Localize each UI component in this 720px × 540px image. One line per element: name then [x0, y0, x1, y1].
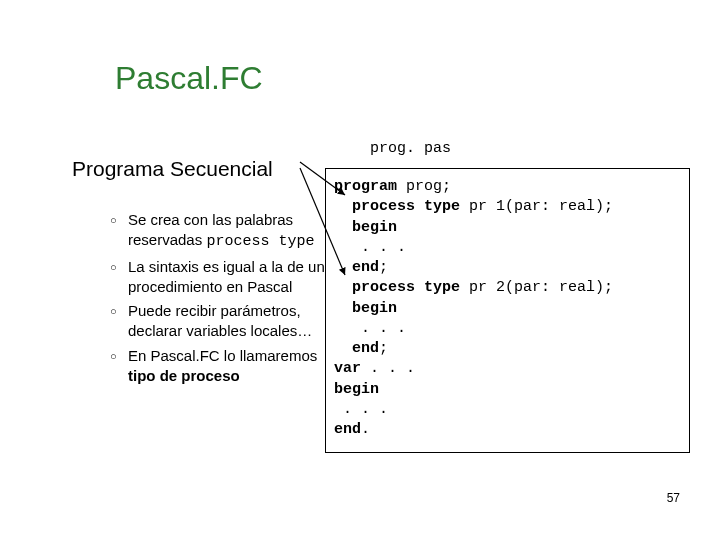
- code-box: program prog; process type pr 1(par: rea…: [325, 168, 690, 453]
- bullet-text: Puede recibir parámetros, declarar varia…: [128, 302, 312, 339]
- page-number: 57: [667, 491, 680, 505]
- code-text: pr 1(par: real);: [460, 198, 613, 215]
- code-keyword: end: [334, 259, 379, 276]
- code-keyword: process type: [334, 198, 460, 215]
- code-keyword: begin: [334, 300, 397, 317]
- code-keyword: begin: [334, 381, 379, 398]
- code-keyword: var: [334, 360, 361, 377]
- bold-text: tipo de proceso: [128, 367, 240, 384]
- code-text: . . .: [361, 360, 415, 377]
- code-text: . . .: [334, 320, 406, 337]
- code-keyword: begin: [334, 219, 397, 236]
- code-text: .: [361, 421, 370, 438]
- slide-subtitle: Programa Secuencial: [72, 157, 273, 181]
- bullet-list: Se crea con las palabras reservadas proc…: [110, 210, 335, 390]
- list-item: Puede recibir parámetros, declarar varia…: [110, 301, 335, 342]
- code-keyword: end: [334, 421, 361, 438]
- code-filename: prog. pas: [370, 140, 451, 157]
- inline-code: process type: [206, 233, 314, 250]
- code-text: . . .: [334, 239, 406, 256]
- code-text: . . .: [334, 401, 388, 418]
- code-text: ;: [379, 340, 388, 357]
- code-keyword: process type: [334, 279, 460, 296]
- bullet-text: En Pascal.FC lo llamaremos: [128, 347, 317, 364]
- list-item: Se crea con las palabras reservadas proc…: [110, 210, 335, 253]
- list-item: En Pascal.FC lo llamaremos tipo de proce…: [110, 346, 335, 387]
- code-text: ;: [379, 259, 388, 276]
- bullet-text: La sintaxis es igual a la de un procedim…: [128, 258, 325, 295]
- code-keyword: end: [334, 340, 379, 357]
- code-text: pr 2(par: real);: [460, 279, 613, 296]
- list-item: La sintaxis es igual a la de un procedim…: [110, 257, 335, 298]
- slide-title: Pascal.FC: [115, 60, 263, 97]
- code-text: prog;: [397, 178, 451, 195]
- code-keyword: program: [334, 178, 397, 195]
